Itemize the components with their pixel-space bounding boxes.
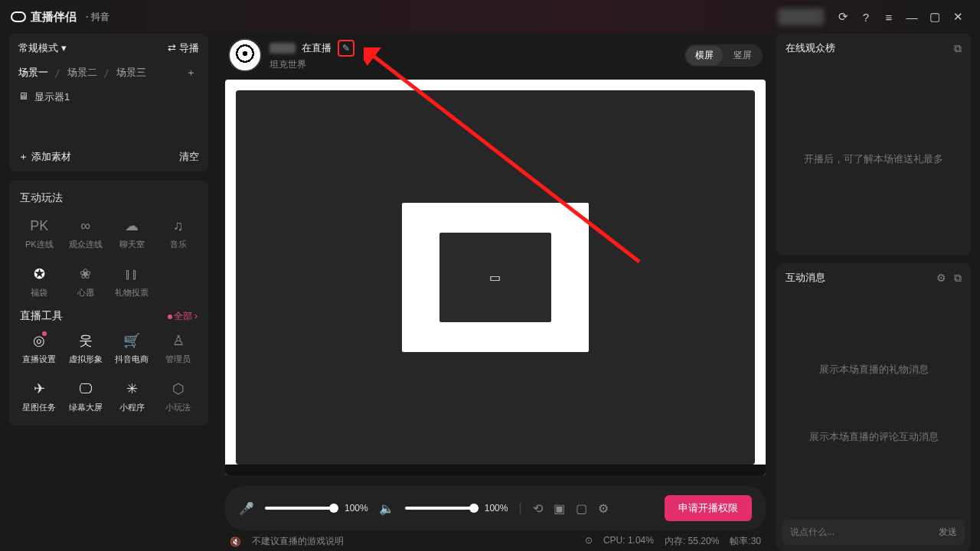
music[interactable]: ♫音乐 (158, 211, 200, 255)
maximize-icon[interactable]: ▢ (923, 5, 946, 28)
pk-icon: PK (29, 216, 49, 236)
xingtu-tasks[interactable]: ✈星图任务 (18, 374, 60, 418)
screen-icon: 🖵 (76, 379, 96, 399)
minimize-icon[interactable]: — (900, 5, 923, 28)
help-icon[interactable]: ? (854, 5, 877, 28)
msg-popout-icon[interactable]: ⧉ (954, 272, 962, 285)
admin-icon: ♙ (168, 331, 188, 350)
monitor-icon: 🖥 (18, 90, 28, 104)
msg-settings-icon[interactable]: ⚙ (936, 272, 946, 285)
game-warning[interactable]: 不建议直播的游戏说明 (252, 535, 344, 548)
task-icon: ✈ (29, 379, 49, 399)
edit-title-button[interactable]: ✎ (338, 40, 354, 57)
live-status: 在直播 (302, 41, 332, 55)
mic-slider[interactable] (265, 507, 334, 510)
speaker-slider[interactable] (405, 507, 474, 510)
douyin-shop[interactable]: 🛒抖音电商 (111, 326, 153, 370)
gift-vote[interactable]: ⫿⫿礼物投票 (111, 259, 153, 303)
logo-icon (11, 11, 26, 22)
username (270, 43, 296, 54)
scene-tab[interactable]: 场景二 (67, 66, 97, 80)
viewers-title: 在线观众榜 (786, 41, 835, 55)
spark-icon: ✳ (122, 379, 142, 399)
scene-tab[interactable]: 场景三 (116, 66, 146, 80)
add-material-button[interactable]: ＋ 添加素材 (18, 150, 71, 164)
fps-stat: 帧率:30 (730, 535, 761, 548)
viewers-empty: 开播后，可了解本场谁送礼最多 (776, 63, 971, 256)
speaker-icon[interactable]: 🔈 (379, 501, 394, 516)
perf-icon[interactable]: ⊙ (585, 535, 593, 548)
messages-title: 互动消息 (786, 271, 825, 285)
chatroom[interactable]: ☁聊天室 (111, 211, 153, 255)
viewers-panel: 在线观众榜 ⧉ 开播后，可了解本场谁送礼最多 (776, 34, 971, 256)
live-settings[interactable]: ◎直播设置 (18, 326, 60, 370)
chat-input[interactable]: 说点什么... 发送 (782, 520, 965, 545)
gift-placeholder: 展示本场直播的礼物消息 (819, 363, 929, 377)
app-logo: 直播伴侣 · 抖音 (11, 10, 109, 24)
send-button[interactable]: 发送 (939, 526, 957, 539)
user-badge (778, 8, 824, 25)
messages-panel: 互动消息 ⚙ ⧉ 展示本场直播的礼物消息 展示本场直播的评论互动消息 说点什么.… (776, 263, 971, 551)
apply-stream-button[interactable]: 申请开播权限 (665, 495, 752, 521)
scene-panel: 常规模式 ▾ ⇄ 导播 场景一〳 场景二〳 场景三 ＋ 🖥 显示器1 ＋ 添加素… (9, 34, 208, 171)
game-category[interactable]: 坦克世界 (270, 58, 354, 71)
comment-placeholder: 展示本场直播的评论互动消息 (809, 430, 939, 444)
wish-icon: ❀ (76, 264, 96, 284)
refresh-icon[interactable]: ⟳ (831, 5, 854, 28)
mini-app[interactable]: ✳小程序 (111, 374, 153, 418)
lucky-bag[interactable]: ✪福袋 (18, 259, 60, 303)
bag-icon: ✪ (29, 264, 49, 284)
tools-title: 直播工具 (20, 309, 63, 323)
title-bar: 直播伴侣 · 抖音 ⟳ ? ≡ — ▢ ✕ (0, 0, 980, 34)
orient-horizontal[interactable]: 横屏 (686, 46, 723, 65)
close-icon[interactable]: ✕ (946, 5, 969, 28)
interact-panel: 互动玩法 PKPK连线 ∞观众连线 ☁聊天室 ♫音乐 ✪福袋 ❀心愿 ⫿⫿礼物投… (9, 181, 208, 425)
green-screen[interactable]: 🖵绿幕大屏 (65, 374, 107, 418)
speaker-level: 100% (485, 503, 508, 514)
mute-icon[interactable]: 🔇 (230, 536, 241, 547)
refresh-control-icon[interactable]: ⟲ (533, 501, 543, 516)
orientation-toggle: 横屏 竖屏 (684, 44, 763, 67)
app-subtitle: · 抖音 (86, 11, 109, 24)
mini-games[interactable]: ⬡小玩法 (158, 374, 200, 418)
avatar-icon: 웃 (76, 331, 96, 350)
vote-icon: ⫿⫿ (122, 264, 142, 284)
link-icon: ∞ (76, 216, 96, 236)
monitor-source[interactable]: 🖥 显示器1 (18, 90, 199, 104)
settings-icon[interactable]: ⚙ (598, 501, 609, 516)
clear-button[interactable]: 清空 (179, 150, 199, 164)
status-bar: 🔇 不建议直播的游戏说明 ⊙ CPU: 1.04% 内存: 55.20% 帧率:… (225, 535, 766, 551)
virtual-avatar[interactable]: 웃虚拟形象 (65, 326, 107, 370)
camera-icon[interactable]: ▢ (576, 501, 587, 516)
guide-button[interactable]: ⇄ 导播 (168, 41, 199, 55)
mic-icon[interactable]: 🎤 (239, 501, 254, 516)
mem-stat: 内存: 55.20% (665, 535, 719, 548)
wish[interactable]: ❀心愿 (65, 259, 107, 303)
cart-icon: 🛒 (122, 331, 142, 350)
chat-placeholder: 说点什么... (790, 526, 835, 539)
admins[interactable]: ♙管理员 (158, 326, 200, 370)
cpu-stat: CPU: 1.04% (603, 535, 654, 548)
interact-title: 互动玩法 (20, 191, 198, 205)
menu-icon[interactable]: ≡ (877, 5, 900, 28)
mode-select[interactable]: 常规模式 ▾ (18, 41, 67, 55)
gear-icon: ◎ (29, 331, 49, 350)
control-bar: 🎤 100% 🔈 100% | ⟲ ▣ ▢ ⚙ 申请开播权限 (225, 486, 766, 530)
orient-vertical[interactable]: 竖屏 (724, 46, 761, 65)
add-scene-button[interactable]: ＋ (182, 64, 199, 81)
popout-icon[interactable]: ⧉ (954, 42, 962, 55)
stream-header: 在直播 ✎ 坦克世界 横屏 竖屏 (225, 34, 766, 80)
music-icon: ♫ (168, 216, 188, 236)
tools-all[interactable]: 全部 › (168, 310, 198, 323)
mic-level: 100% (345, 503, 368, 514)
preview-canvas[interactable]: ▭ (225, 80, 766, 475)
screenshot-icon[interactable]: ▣ (554, 501, 565, 516)
pk-link[interactable]: PKPK连线 (18, 211, 60, 255)
audience-link[interactable]: ∞观众连线 (65, 211, 107, 255)
user-avatar[interactable] (228, 38, 262, 72)
hex-icon: ⬡ (168, 379, 188, 399)
app-title: 直播伴侣 (31, 10, 77, 24)
chat-icon: ☁ (122, 216, 142, 236)
scene-tab[interactable]: 场景一 (18, 66, 48, 80)
